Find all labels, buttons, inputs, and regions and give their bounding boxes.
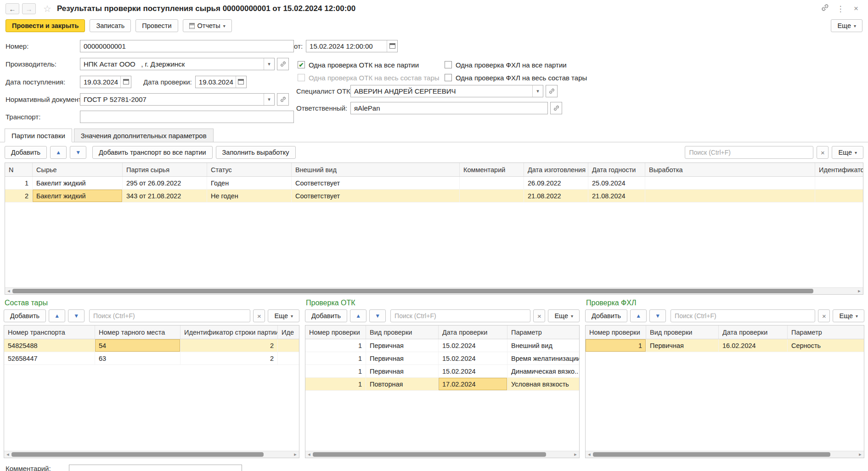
horizontal-scrollbar[interactable]: ◄ ► — [305, 451, 579, 458]
column-header-comment[interactable]: Комментарий — [460, 163, 524, 176]
write-button[interactable]: Записать — [90, 19, 131, 32]
table-row[interactable]: 1 Первичная 15.02.2024 Динамическая вязк… — [305, 365, 579, 378]
clear-search-button[interactable]: × — [533, 309, 545, 322]
move-up-button[interactable]: ▲ — [50, 146, 67, 159]
cell-check-kind[interactable]: Первичная — [646, 339, 719, 352]
column-header-check-kind[interactable]: Вид проверки — [366, 325, 439, 339]
cell-material-active[interactable]: Бакелит жидкий — [33, 190, 123, 202]
forward-button[interactable]: → — [22, 3, 36, 14]
column-header-output[interactable]: Выработка — [645, 163, 815, 176]
reports-button[interactable]: Отчеты ▾ — [183, 19, 232, 32]
cell-parameter[interactable]: Внешний вид — [507, 339, 579, 352]
horizontal-scrollbar[interactable]: ◄ ► — [586, 451, 864, 458]
scrollbar-thumb[interactable] — [313, 452, 546, 457]
dropdown-button[interactable]: ▾ — [264, 94, 274, 105]
move-down-button[interactable]: ▼ — [70, 146, 86, 159]
horizontal-scrollbar[interactable]: ◄ ► — [5, 287, 863, 294]
table-row-selected[interactable]: 1 Первичная 16.02.2024 Серность — [586, 339, 864, 352]
open-link-button[interactable] — [550, 102, 562, 114]
search-input[interactable] — [390, 309, 530, 322]
column-header-batch[interactable]: Партия сырья — [123, 163, 207, 176]
cell-comment[interactable] — [460, 177, 524, 189]
scroll-right-icon[interactable]: ► — [572, 451, 579, 458]
add-row-button[interactable]: Добавить — [305, 309, 347, 322]
cell-n[interactable]: 2 — [5, 190, 33, 202]
scrollbar-track[interactable] — [593, 451, 857, 458]
calendar-icon[interactable] — [387, 40, 397, 52]
cell-appearance[interactable]: Соответствует — [292, 190, 460, 202]
table-row[interactable]: 1 Первичная 15.02.2024 Внешний вид — [305, 339, 579, 352]
column-header-status[interactable]: Статус — [207, 163, 292, 176]
table-row[interactable]: 1 Первичная 15.02.2024 Время желатинизац… — [305, 352, 579, 365]
cell-check-date[interactable]: 15.02.2024 — [439, 352, 507, 364]
move-down-button[interactable]: ▼ — [649, 309, 666, 322]
cell-expiry-date[interactable]: 21.08.2024 — [588, 190, 645, 202]
menu-dots-icon[interactable]: ⋮ — [834, 4, 847, 14]
cell-parameter[interactable]: Условная вязкость — [507, 378, 579, 390]
move-up-button[interactable]: ▲ — [350, 309, 366, 322]
cell-parameter[interactable]: Время желатинизации — [507, 352, 579, 364]
scroll-left-icon[interactable]: ◄ — [586, 451, 593, 458]
cell-material[interactable]: Бакелит жидкий — [33, 177, 123, 189]
calendar-icon[interactable] — [236, 76, 246, 88]
search-input[interactable] — [89, 309, 250, 322]
cell-tare-place[interactable]: 63 — [95, 352, 180, 364]
back-button[interactable]: ← — [6, 3, 19, 14]
clear-search-button[interactable]: × — [253, 309, 265, 322]
more-button[interactable]: Еще ▾ — [268, 309, 299, 322]
move-up-button[interactable]: ▲ — [630, 309, 647, 322]
more-button[interactable]: Еще ▾ — [548, 309, 580, 322]
scroll-left-icon[interactable]: ◄ — [4, 451, 11, 458]
cell-batch[interactable]: 343 от 21.08.2022 — [123, 190, 207, 202]
cell-identifier[interactable] — [815, 177, 863, 189]
cell-n[interactable]: 1 — [5, 177, 33, 189]
scroll-left-icon[interactable]: ◄ — [5, 288, 12, 295]
tab-batches[interactable]: Партии поставки — [5, 129, 72, 142]
column-header-clipped[interactable]: Иде — [278, 325, 299, 339]
cell-expiry-date[interactable]: 25.09.2024 — [588, 177, 645, 189]
column-header-check-number[interactable]: Номер проверки — [305, 325, 366, 339]
number-field[interactable]: 00000000001 — [80, 40, 294, 52]
post-button[interactable]: Провести — [135, 19, 178, 32]
cell-output[interactable] — [645, 177, 815, 189]
dropdown-button[interactable]: ▾ — [264, 58, 274, 70]
manufacturer-field[interactable]: НПК Астат ООО , г. Дзержинск ▾ — [80, 58, 275, 70]
cell-clipped[interactable] — [278, 339, 299, 352]
normative-document-field[interactable]: ГОСТ Р 52781-2007 ▾ — [80, 93, 275, 106]
open-link-button[interactable] — [546, 85, 558, 97]
cell-comment[interactable] — [460, 190, 524, 202]
checkbox-fhl-all-tare[interactable]: Одна проверка ФХЛ на весь состав тары — [445, 71, 587, 84]
search-input[interactable] — [671, 309, 815, 322]
cell-parameter[interactable]: Серность — [788, 339, 864, 352]
cell-batch[interactable]: 295 от 26.09.2022 — [123, 177, 207, 189]
cell-check-date[interactable]: 15.02.2024 — [439, 339, 507, 352]
fill-output-button[interactable]: Заполнить выработку — [216, 146, 296, 159]
table-row[interactable]: 1 Бакелит жидкий 295 от 26.09.2022 Годен… — [5, 177, 863, 190]
clear-search-button[interactable]: × — [817, 146, 829, 159]
horizontal-scrollbar[interactable]: ◄ ► — [4, 451, 299, 458]
open-link-button[interactable] — [277, 58, 289, 70]
checkbox-otk-all-batches[interactable]: ✔ Одна проверка ОТК на все партии — [298, 58, 419, 71]
checkbox-fhl-all-batches[interactable]: Одна проверка ФХЛ на все партии — [445, 58, 567, 71]
table-row-selected[interactable]: 54825488 54 2 — [4, 339, 299, 352]
cell-made-date[interactable]: 26.09.2022 — [524, 177, 588, 189]
column-header-tare-place[interactable]: Номер тарного места — [95, 325, 180, 339]
table-row-selected[interactable]: 1 Повторная 17.02.2024 Условная вязкость — [305, 378, 579, 391]
add-row-button[interactable]: Добавить — [5, 146, 47, 159]
column-header-expiry-date[interactable]: Дата годности — [588, 163, 645, 176]
column-header-n[interactable]: N — [5, 163, 33, 176]
favorite-icon[interactable]: ☆ — [43, 3, 51, 14]
cell-check-kind[interactable]: Повторная — [366, 378, 439, 390]
scroll-left-icon[interactable]: ◄ — [305, 451, 313, 458]
scroll-right-icon[interactable]: ► — [857, 451, 864, 458]
column-header-parameter[interactable]: Параметр — [507, 325, 579, 339]
cell-parameter[interactable]: Динамическая вязко.. — [507, 365, 579, 377]
add-row-button[interactable]: Добавить — [585, 309, 627, 322]
scrollbar-thumb[interactable] — [11, 452, 264, 457]
post-and-close-button[interactable]: Провести и закрыть — [6, 19, 85, 32]
cell-transport-number[interactable]: 52658447 — [4, 352, 95, 364]
cell-check-number-active[interactable]: 1 — [586, 339, 646, 352]
move-up-button[interactable]: ▲ — [49, 309, 65, 322]
cell-transport-number[interactable]: 54825488 — [4, 339, 95, 352]
column-header-check-number[interactable]: Номер проверки — [586, 325, 646, 339]
